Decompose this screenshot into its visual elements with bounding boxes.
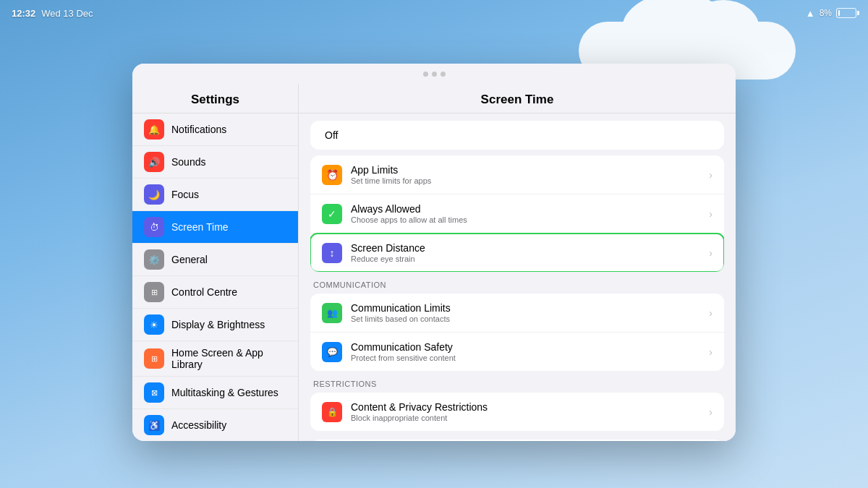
status-time: 12:32 — [12, 8, 35, 19]
focus-label: Focus — [171, 189, 199, 200]
status-right: ▲ 8% — [806, 8, 856, 19]
off-label: Off — [325, 129, 338, 141]
main-content-panel: Screen Time Off ⏰ App Limits — [299, 84, 736, 441]
content-privacy-subtitle: Block inappropriate content — [351, 414, 700, 422]
always-allowed-title: Always Allowed — [351, 203, 700, 215]
comm-limits-text: Communication Limits Set limits based on… — [351, 302, 700, 323]
communication-card: 👥 Communication Limits Set limits based … — [310, 294, 724, 371]
comm-limits-title: Communication Limits — [351, 302, 700, 314]
content-privacy-title: Content & Privacy Restrictions — [351, 401, 700, 413]
screen-distance-icon: ↕ — [322, 243, 342, 263]
comm-safety-title: Communication Safety — [351, 341, 700, 353]
always-allowed-chevron: › — [709, 208, 712, 220]
sidebar-item-notifications[interactable]: 🔔 Notifications — [132, 114, 298, 146]
app-limits-subtitle: Set time limits for apps — [351, 176, 700, 185]
sidebar-item-general[interactable]: ⚙️ General — [132, 244, 298, 276]
focus-icon: 🌙 — [144, 184, 164, 205]
always-allowed-text: Always Allowed Choose apps to allow at a… — [351, 203, 700, 224]
comm-safety-subtitle: Protect from sensitive content — [351, 354, 700, 362]
app-limits-chevron: › — [709, 169, 712, 181]
control-centre-label: Control Centre — [171, 286, 237, 298]
sidebar-item-screen-time[interactable]: ⏱ Screen Time — [132, 211, 298, 244]
general-icon: ⚙️ — [144, 249, 164, 270]
battery-percent: 8% — [820, 8, 832, 18]
main-panel-title: Screen Time — [299, 84, 736, 114]
window-titlebar — [132, 64, 736, 84]
comm-limits-icon: 👥 — [322, 303, 342, 323]
sidebar-item-accessibility[interactable]: ♿ Accessibility — [132, 409, 298, 441]
sidebar-item-home-screen[interactable]: ⊞ Home Screen & App Library — [132, 341, 298, 377]
sidebar-title: Settings — [132, 84, 298, 114]
sidebar-item-multitasking[interactable]: ⊠ Multitasking & Gestures — [132, 377, 298, 409]
restrictions-label: RESTRICTIONS — [310, 371, 724, 393]
sidebar-item-control-centre[interactable]: ⊞ Control Centre — [132, 276, 298, 309]
home-screen-label: Home Screen & App Library — [171, 347, 286, 370]
battery-fill — [838, 10, 840, 16]
comm-safety-icon: 💬 — [322, 342, 342, 362]
lock-screen-time-link[interactable]: Lock Screen Time Settings — [310, 440, 724, 441]
home-screen-icon: ⊞ — [144, 348, 164, 369]
battery-bar — [836, 8, 856, 18]
general-label: General — [171, 254, 208, 265]
comm-limits-chevron: › — [709, 307, 712, 319]
screen-time-icon: ⏱ — [144, 217, 164, 237]
window-content: Settings 🔔 Notifications 🔊 Sounds 🌙 — [132, 84, 736, 441]
control-centre-icon: ⊞ — [144, 282, 164, 302]
content-privacy-text: Content & Privacy Restrictions Block ina… — [351, 401, 700, 422]
wifi-icon: ▲ — [806, 8, 815, 19]
lock-section: Lock Screen Time Settings Use a passcode… — [310, 440, 724, 441]
off-row[interactable]: Off — [313, 121, 721, 150]
settings-sidebar: Settings 🔔 Notifications 🔊 Sounds 🌙 — [132, 84, 299, 441]
always-allowed-row[interactable]: ✓ Always Allowed Choose apps to allow at… — [310, 194, 724, 234]
screen-distance-chevron: › — [709, 247, 712, 259]
dot-2 — [432, 72, 437, 77]
dot-1 — [423, 72, 428, 77]
sounds-icon: 🔊 — [144, 152, 164, 172]
app-limits-text: App Limits Set time limits for apps — [351, 164, 700, 185]
multitasking-label: Multitasking & Gestures — [171, 387, 278, 398]
content-privacy-chevron: › — [709, 406, 712, 418]
status-bar: 12:32 Wed 13 Dec ▲ 8% — [0, 0, 868, 26]
display-icon: ☀ — [144, 314, 164, 335]
always-allowed-icon: ✓ — [322, 204, 342, 224]
notifications-label: Notifications — [171, 124, 226, 135]
app-limits-title: App Limits — [351, 164, 700, 176]
display-label: Display & Brightness — [171, 319, 265, 330]
screen-distance-text: Screen Distance Reduce eye strain — [351, 242, 700, 263]
communication-label: COMMUNICATION — [310, 272, 724, 294]
content-section-top: Off ⏰ App Limits Set time limits for app… — [299, 114, 736, 441]
screen-distance-row[interactable]: ↕ Screen Distance Reduce eye strain › — [310, 234, 724, 272]
always-allowed-subtitle: Choose apps to allow at all times — [351, 215, 700, 224]
app-limits-icon: ⏰ — [322, 165, 342, 185]
settings-window: Settings 🔔 Notifications 🔊 Sounds 🌙 — [132, 64, 736, 441]
screen-distance-subtitle: Reduce eye strain — [351, 254, 700, 263]
sidebar-item-sounds[interactable]: 🔊 Sounds — [132, 146, 298, 179]
comm-limits-subtitle: Set limits based on contacts — [351, 314, 700, 323]
app-limits-row[interactable]: ⏰ App Limits Set time limits for apps › — [310, 155, 724, 194]
sidebar-item-display-brightness[interactable]: ☀ Display & Brightness — [132, 309, 298, 341]
screen-time-settings-card: ⏰ App Limits Set time limits for apps › … — [310, 155, 724, 272]
sounds-label: Sounds — [171, 156, 205, 168]
status-date: Wed 13 Dec — [41, 8, 93, 19]
notifications-icon: 🔔 — [144, 119, 164, 140]
communication-limits-row[interactable]: 👥 Communication Limits Set limits based … — [310, 294, 724, 333]
accessibility-label: Accessibility — [171, 419, 226, 431]
dot-3 — [441, 72, 446, 77]
content-privacy-row[interactable]: 🔒 Content & Privacy Restrictions Block i… — [310, 393, 724, 431]
content-privacy-icon: 🔒 — [322, 402, 342, 422]
restrictions-card: 🔒 Content & Privacy Restrictions Block i… — [310, 393, 724, 431]
screen-time-label: Screen Time — [171, 221, 229, 233]
comm-safety-text: Communication Safety Protect from sensit… — [351, 341, 700, 362]
sidebar-item-focus[interactable]: 🌙 Focus — [132, 179, 298, 211]
screen-distance-title: Screen Distance — [351, 242, 700, 254]
communication-safety-row[interactable]: 💬 Communication Safety Protect from sens… — [310, 333, 724, 371]
multitasking-icon: ⊠ — [144, 382, 164, 403]
accessibility-icon: ♿ — [144, 415, 164, 435]
comm-safety-chevron: › — [709, 346, 712, 358]
